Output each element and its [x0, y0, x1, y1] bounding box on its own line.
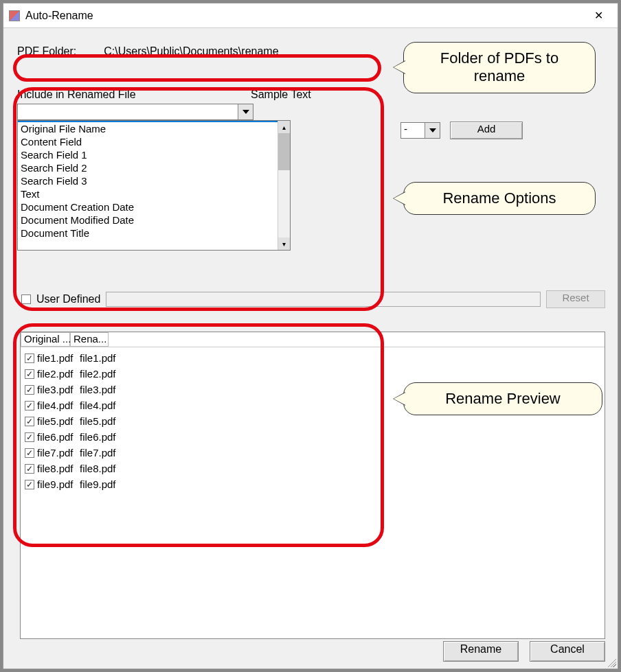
cell-renamed: file9.pdf: [80, 478, 116, 490]
cell-renamed: file8.pdf: [80, 463, 116, 474]
include-combo[interactable]: [17, 104, 253, 120]
callout-preview: Rename Preview: [403, 382, 602, 415]
list-item[interactable]: Document Title: [18, 227, 278, 240]
list-item[interactable]: Original File Name: [18, 122, 278, 135]
cell-original: file9.pdf: [37, 478, 80, 490]
row-checkbox[interactable]: [25, 464, 34, 474]
row-checkbox[interactable]: [25, 448, 34, 458]
list-item[interactable]: Document Modified Date: [18, 213, 278, 227]
scroll-track[interactable]: [278, 170, 290, 237]
cell-renamed: file3.pdf: [80, 384, 116, 395]
pdf-folder-path: C:\Users\Public\Documents\rename: [104, 45, 278, 58]
cell-renamed: file1.pdf: [80, 352, 116, 364]
table-row[interactable]: file2.pdffile2.pdf: [22, 366, 603, 382]
table-row[interactable]: file5.pdffile5.pdf: [22, 413, 603, 429]
cell-original: file5.pdf: [37, 415, 80, 427]
rename-button[interactable]: Rename: [443, 641, 519, 662]
add-button[interactable]: Add: [450, 121, 523, 139]
scroll-up-icon[interactable]: ▴: [278, 121, 290, 133]
table-row[interactable]: file8.pdffile8.pdf: [22, 461, 603, 476]
separator-add-group: - Add: [400, 121, 523, 139]
close-icon: ✕: [594, 9, 603, 22]
scroll-thumb[interactable]: [278, 133, 290, 170]
list-item[interactable]: Content Field: [18, 135, 278, 148]
titlebar: Auto-Rename ✕: [3, 3, 618, 28]
include-options-listbox[interactable]: Original File NameContent FieldSearch Fi…: [17, 120, 291, 251]
cell-original: file4.pdf: [37, 399, 80, 411]
cell-original: file2.pdf: [37, 368, 80, 380]
chevron-down-icon[interactable]: [425, 123, 440, 138]
column-renamed[interactable]: Rena...: [70, 332, 109, 347]
cell-renamed: file7.pdf: [80, 447, 116, 459]
separator-combo[interactable]: -: [400, 122, 440, 139]
include-combo-value: [18, 104, 238, 119]
include-label: Include in Renamed File: [17, 89, 251, 101]
list-item[interactable]: Search Field 1: [18, 148, 278, 161]
row-checkbox[interactable]: [25, 432, 34, 442]
cell-renamed: file4.pdf: [80, 399, 116, 411]
table-header: Original ... Rena...: [21, 332, 605, 347]
separator-value: -: [401, 123, 425, 138]
user-defined-row: User Defined Reset: [21, 290, 605, 308]
dialog-buttons: Rename Cancel: [443, 641, 605, 662]
scrollbar[interactable]: ▴ ▾: [278, 121, 290, 250]
list-item[interactable]: Document Creation Date: [18, 200, 278, 213]
cell-original: file1.pdf: [37, 352, 80, 364]
cell-original: file8.pdf: [37, 463, 80, 474]
resize-grip-icon[interactable]: [605, 656, 616, 667]
list-item[interactable]: Search Field 3: [18, 174, 278, 187]
cell-renamed: file5.pdf: [80, 415, 116, 427]
table-row[interactable]: file6.pdffile6.pdf: [22, 429, 603, 445]
user-defined-label: User Defined: [36, 293, 100, 305]
row-checkbox[interactable]: [25, 385, 34, 395]
rename-preview-table: Original ... Rena... file1.pdffile1.pdff…: [20, 332, 605, 639]
table-row[interactable]: file1.pdffile1.pdf: [22, 350, 603, 366]
app-icon: [9, 10, 20, 21]
column-original[interactable]: Original ...: [21, 332, 70, 347]
cell-original: file6.pdf: [37, 431, 80, 443]
chevron-down-icon[interactable]: [238, 104, 253, 119]
callout-options: Rename Options: [403, 182, 596, 215]
row-checkbox[interactable]: [25, 480, 34, 489]
row-checkbox[interactable]: [25, 354, 34, 363]
sample-text-label: Sample Text: [251, 89, 311, 101]
pdf-folder-label: PDF Folder:: [17, 45, 76, 58]
cell-renamed: file2.pdf: [80, 368, 116, 380]
include-group: Include in Renamed File Sample Text Orig…: [17, 89, 609, 251]
cell-original: file3.pdf: [37, 384, 80, 395]
list-item[interactable]: Text: [18, 187, 278, 200]
row-checkbox[interactable]: [25, 369, 34, 379]
table-row[interactable]: file7.pdffile7.pdf: [22, 445, 603, 461]
cell-original: file7.pdf: [37, 447, 80, 459]
window-title: Auto-Rename: [25, 10, 585, 22]
user-defined-checkbox[interactable]: [21, 294, 31, 304]
list-item[interactable]: Search Field 2: [18, 161, 278, 174]
cell-renamed: file6.pdf: [80, 431, 116, 443]
row-checkbox[interactable]: [25, 417, 34, 426]
row-checkbox[interactable]: [25, 401, 34, 410]
reset-button[interactable]: Reset: [546, 290, 605, 308]
auto-rename-window: Auto-Rename ✕ PDF Folder: C:\Users\Publi…: [3, 3, 618, 669]
user-defined-input[interactable]: [106, 292, 541, 307]
cancel-button[interactable]: Cancel: [530, 641, 605, 662]
callout-folder: Folder of PDFs to rename: [403, 42, 596, 93]
scroll-down-icon[interactable]: ▾: [278, 237, 290, 250]
close-button[interactable]: ✕: [585, 5, 612, 26]
table-row[interactable]: file9.pdffile9.pdf: [22, 476, 603, 492]
client-area: PDF Folder: C:\Users\Public\Documents\re…: [3, 28, 618, 669]
